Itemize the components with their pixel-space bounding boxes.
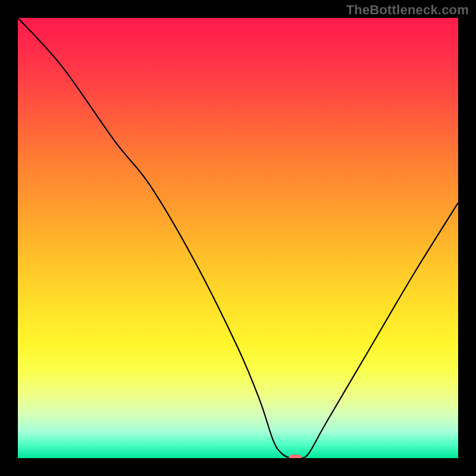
chart-frame: TheBottleneck.com: [0, 0, 476, 476]
optimal-marker: [289, 455, 302, 458]
watermark-text: TheBottleneck.com: [346, 2, 469, 18]
plot-svg: [18, 18, 458, 458]
plot-area: [18, 18, 458, 458]
bottleneck-curve: [18, 18, 458, 458]
